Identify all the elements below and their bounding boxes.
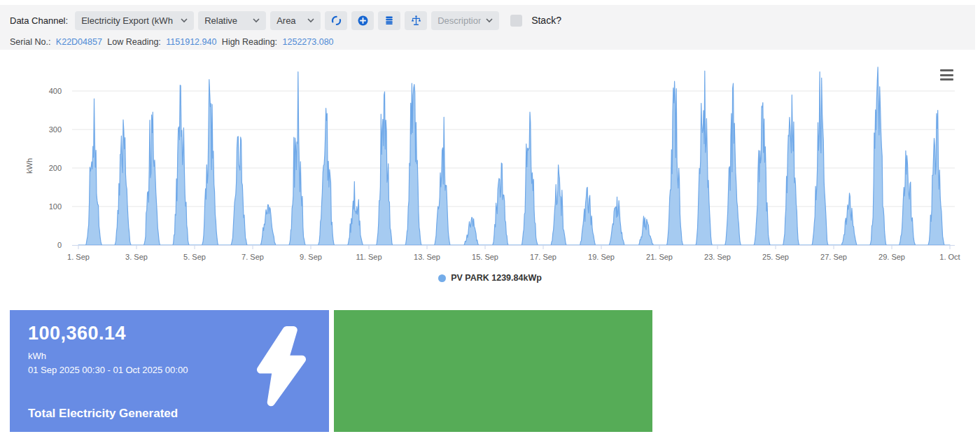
secondary-summary-card (334, 310, 652, 432)
refresh-icon (330, 15, 342, 27)
svg-text:23. Sep: 23. Sep (704, 253, 731, 261)
description-select-value: Description (438, 15, 481, 26)
chart-area: 1. Sep3. Sep5. Sep7. Sep9. Sep11. Sep13.… (0, 59, 980, 270)
svg-text:5. Sep: 5. Sep (183, 253, 206, 261)
page: Data Channel: Electricity Export (kWh Re… (0, 0, 980, 434)
data-channel-label: Data Channel: (10, 15, 68, 26)
legend-series-dot (438, 274, 446, 282)
svg-text:200: 200 (49, 164, 62, 172)
svg-text:kWh: kWh (25, 158, 34, 174)
serial-label: Serial No.: (10, 37, 50, 47)
toolbar-row: Data Channel: Electricity Export (kWh Re… (10, 10, 561, 30)
toolbar-panel: Data Channel: Electricity Export (kWh Re… (0, 5, 975, 50)
svg-text:11. Sep: 11. Sep (356, 253, 382, 261)
svg-text:1. Sep: 1. Sep (67, 253, 90, 261)
meter-info-row: Serial No.: K22D04857 Low Reading: 11519… (10, 37, 337, 47)
svg-text:100: 100 (49, 202, 62, 211)
svg-text:1. Oct: 1. Oct (939, 253, 960, 261)
stack-checkbox[interactable] (510, 15, 522, 27)
scale-icon (410, 15, 422, 27)
svg-text:7. Sep: 7. Sep (241, 253, 264, 261)
add-circle-icon (357, 15, 369, 27)
chevron-down-icon (486, 18, 493, 23)
chevron-down-icon (181, 18, 188, 23)
svg-text:21. Sep: 21. Sep (646, 253, 673, 261)
chart-context-menu-button[interactable] (940, 69, 953, 80)
chart-type-select-value: Area (276, 15, 295, 26)
burger-bar (940, 69, 953, 71)
high-reading-value-link[interactable]: 1252273.080 (283, 37, 334, 47)
svg-text:29. Sep: 29. Sep (878, 253, 905, 261)
mode-select-value: Relative (204, 15, 237, 26)
burger-bar (940, 78, 953, 80)
stack-checkbox-label: Stack? (531, 15, 561, 26)
chevron-down-icon (253, 18, 260, 23)
chart-type-select[interactable]: Area (270, 11, 321, 30)
svg-text:15. Sep: 15. Sep (472, 253, 498, 261)
total-generated-card: 100,360.14 kWh 01 Sep 2025 00:30 - 01 Oc… (10, 310, 329, 432)
add-button[interactable] (351, 11, 374, 30)
database-icon (384, 15, 395, 26)
lightning-bolt-icon (249, 325, 314, 410)
scale-button[interactable] (405, 11, 427, 30)
svg-text:25. Sep: 25. Sep (762, 253, 789, 261)
data-channel-select-value: Electricity Export (kWh (81, 15, 173, 26)
svg-text:19. Sep: 19. Sep (588, 253, 615, 261)
chevron-down-icon (307, 18, 314, 23)
total-generated-title: Total Electricity Generated (28, 407, 178, 421)
svg-text:17. Sep: 17. Sep (530, 253, 556, 261)
low-reading-value-link[interactable]: 1151912.940 (166, 37, 216, 47)
svg-text:0: 0 (57, 241, 62, 249)
legend-series-label: PV PARK 1239.84kWp (451, 273, 542, 283)
chart-plot-area[interactable]: 1. Sep3. Sep5. Sep7. Sep9. Sep11. Sep13.… (0, 59, 980, 270)
svg-text:3. Sep: 3. Sep (125, 253, 148, 261)
description-select[interactable]: Description (431, 11, 499, 30)
high-reading-label: High Reading: (222, 37, 277, 47)
low-reading-label: Low Reading: (107, 37, 160, 47)
chart-legend-item[interactable]: PV PARK 1239.84kWp (0, 273, 980, 283)
data-channel-select[interactable]: Electricity Export (kWh (75, 11, 194, 30)
burger-bar (940, 74, 953, 76)
refresh-button[interactable] (325, 11, 347, 30)
mode-select[interactable]: Relative (198, 11, 266, 30)
svg-text:9. Sep: 9. Sep (300, 253, 322, 261)
svg-text:300: 300 (49, 125, 62, 134)
database-button[interactable] (378, 11, 400, 30)
svg-text:13. Sep: 13. Sep (414, 253, 440, 261)
serial-value-link[interactable]: K22D04857 (56, 37, 102, 47)
svg-text:400: 400 (49, 87, 62, 95)
svg-text:27. Sep: 27. Sep (820, 253, 847, 261)
